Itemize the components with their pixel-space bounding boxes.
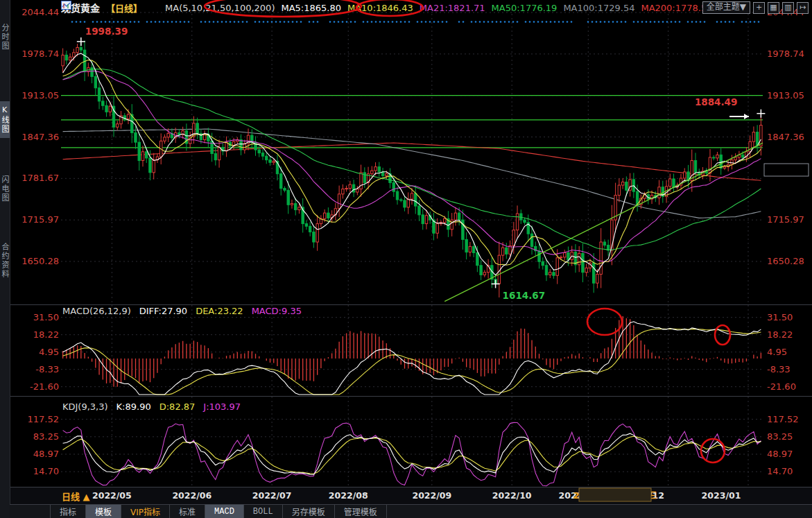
ma10-line bbox=[63, 60, 761, 266]
candle-up bbox=[225, 142, 227, 151]
toolbar-item-macd[interactable]: MACD bbox=[205, 505, 243, 518]
period-tag: 【日线】 bbox=[106, 1, 142, 15]
svg-text:14.70: 14.70 bbox=[767, 466, 793, 476]
svg-text:1978.74: 1978.74 bbox=[767, 49, 804, 59]
candle-up bbox=[374, 167, 377, 171]
candle-down bbox=[720, 155, 722, 168]
candle-up bbox=[451, 220, 453, 230]
candle-down bbox=[102, 101, 104, 105]
svg-text:2023/01: 2023/01 bbox=[702, 490, 741, 501]
candle-up bbox=[596, 274, 598, 283]
svg-text:4.95: 4.95 bbox=[767, 347, 787, 357]
ma5-line bbox=[63, 53, 761, 275]
candle-down bbox=[378, 167, 380, 172]
candle-down bbox=[538, 251, 540, 261]
crosshair-icon[interactable]: + bbox=[753, 2, 765, 14]
svg-text:1650.28: 1650.28 bbox=[767, 256, 804, 266]
theme-dropdown-button[interactable]: 全部主题▼ bbox=[702, 1, 750, 14]
candle-down bbox=[741, 155, 743, 157]
svg-text:31.50: 31.50 bbox=[33, 312, 59, 322]
svg-text:-21.60: -21.60 bbox=[767, 381, 796, 392]
candle-down bbox=[415, 193, 417, 206]
candle-down bbox=[713, 157, 715, 158]
candle-up bbox=[600, 242, 602, 274]
macd-dea-value: DEA:23.22 bbox=[196, 306, 243, 316]
ma10-value: MA10:1846.43 bbox=[347, 3, 413, 13]
svg-text:83.25: 83.25 bbox=[33, 431, 59, 442]
svg-text:18.22: 18.22 bbox=[33, 329, 59, 340]
candle-up bbox=[323, 213, 325, 218]
candle-up bbox=[273, 161, 275, 162]
macd-diff-value: DIFF:27.90 bbox=[139, 306, 187, 316]
svg-text:1913.05: 1913.05 bbox=[21, 90, 59, 101]
candle-down bbox=[65, 55, 67, 60]
svg-text:1781.67: 1781.67 bbox=[21, 173, 59, 183]
candle-down bbox=[553, 273, 555, 276]
svg-text:1614.67: 1614.67 bbox=[503, 290, 546, 301]
svg-text:48.97: 48.97 bbox=[33, 449, 59, 459]
candle-down bbox=[313, 232, 315, 242]
candle-down bbox=[476, 253, 478, 266]
candle-down bbox=[530, 234, 533, 246]
candle-up bbox=[454, 213, 456, 220]
candle-up bbox=[516, 214, 518, 230]
candle-down bbox=[582, 253, 584, 272]
trendline bbox=[444, 143, 763, 302]
ma21-line bbox=[63, 71, 761, 261]
candle-up bbox=[556, 258, 558, 276]
svg-text:4.95: 4.95 bbox=[39, 347, 59, 357]
ma100-line bbox=[63, 129, 761, 218]
candle-down bbox=[280, 174, 282, 189]
candle-up bbox=[749, 141, 751, 152]
kdj-d-value: D:82.87 bbox=[159, 402, 196, 412]
toolbar-item-boll[interactable]: BOLL bbox=[243, 505, 282, 518]
candle-up bbox=[684, 172, 686, 178]
sidebar-item-kline-chart[interactable]: K线图 bbox=[0, 101, 10, 138]
macd-pane-header: MACD(26,12,9) DIFF:27.90 DEA:23.22 MACD:… bbox=[62, 306, 302, 316]
toolbar-item-vip-indicators[interactable]: VIP指标 bbox=[121, 505, 169, 518]
sidebar-item-contract-info[interactable]: 合约资料 bbox=[0, 243, 10, 279]
candle-up bbox=[386, 174, 388, 176]
candle-up bbox=[549, 273, 551, 275]
svg-text:1978.74: 1978.74 bbox=[21, 49, 59, 59]
candle-up bbox=[585, 268, 587, 272]
candle-up bbox=[658, 187, 660, 198]
axis-scale-icon[interactable]: ▥ bbox=[782, 2, 794, 14]
candle-down bbox=[472, 246, 474, 252]
candle-up bbox=[164, 137, 166, 141]
candle-down bbox=[240, 139, 242, 150]
candle-down bbox=[422, 215, 424, 224]
kline-icon[interactable] bbox=[148, 3, 159, 12]
period-selector[interactable]: 日线 ▲ bbox=[62, 490, 90, 503]
candle-up bbox=[69, 57, 71, 60]
chart-canvas[interactable]: 2044.441978.741913.051847.361781.671715.… bbox=[0, 0, 812, 518]
bottom-toolbar: 指标 模板 VIP指标 标准 MACD BOLL 另存模板 管理模板 bbox=[10, 504, 812, 518]
axis-grid-icon[interactable]: ▦ bbox=[768, 2, 779, 14]
candle-up bbox=[469, 246, 471, 252]
candle-up bbox=[411, 193, 413, 199]
toolbar-item-standard[interactable]: 标准 bbox=[169, 505, 205, 518]
ma21-value: MA21:1821.71 bbox=[420, 3, 485, 13]
svg-text:2022/05: 2022/05 bbox=[92, 490, 132, 501]
kdj-d-line bbox=[63, 436, 761, 474]
svg-text:-21.60: -21.60 bbox=[30, 381, 59, 392]
toolbar-item-indicators[interactable]: 指标 bbox=[50, 505, 85, 518]
svg-text:1715.97: 1715.97 bbox=[21, 214, 59, 225]
sidebar-item-flash-chart[interactable]: 闪电图 bbox=[0, 175, 10, 202]
toolbar-item-template[interactable]: 模板 bbox=[85, 505, 121, 518]
toolbar-item-manage-template[interactable]: 管理模板 bbox=[334, 505, 387, 518]
candle-up bbox=[669, 179, 671, 187]
pan-right-icon[interactable]: ↦ bbox=[797, 2, 809, 14]
macd-bars bbox=[63, 316, 761, 387]
sidebar-item-time-chart[interactable]: 分时图 bbox=[0, 24, 10, 51]
candle-down bbox=[196, 123, 198, 134]
top-right-controls: 全部主题▼ + ▦ ▥ ↦ bbox=[702, 1, 809, 14]
candle-up bbox=[407, 199, 409, 207]
axis-labels: 2044.441978.741913.051847.361781.671715.… bbox=[21, 7, 806, 501]
candle-up bbox=[734, 157, 736, 160]
candle-up bbox=[621, 182, 623, 185]
toolbar-item-save-template[interactable]: 另存模板 bbox=[282, 505, 334, 518]
crosshair-date-box bbox=[579, 488, 651, 501]
svg-text:1847.36: 1847.36 bbox=[21, 132, 59, 142]
candle-down bbox=[400, 200, 402, 200]
